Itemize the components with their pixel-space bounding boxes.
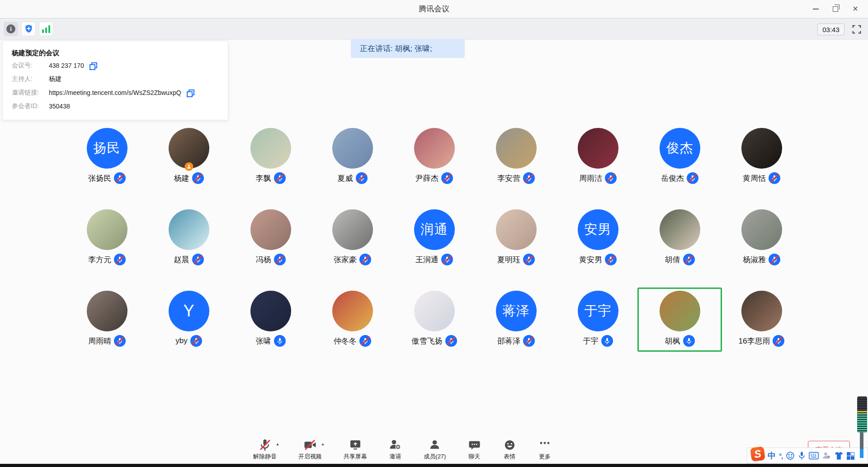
ime-voice-icon[interactable] — [798, 451, 806, 460]
participant-tile[interactable]: 黄周恬 — [721, 118, 802, 199]
camera-options-arrow[interactable]: ▲ — [321, 442, 325, 446]
participant-avatar: 俊杰 — [660, 128, 700, 169]
meeting-title: 杨建预定的会议 — [12, 47, 219, 59]
participant-avatar: 于宇 — [578, 291, 618, 331]
invite-link-label: 邀请链接: — [12, 89, 49, 97]
minimize-button[interactable] — [806, 0, 826, 18]
mic-status-icon — [274, 172, 286, 184]
close-button[interactable]: ✕ — [845, 0, 865, 18]
window-title: 腾讯会议 — [0, 0, 868, 18]
participant-tile[interactable]: 安男 黄安男 — [557, 199, 639, 280]
ime-keyboard-icon[interactable] — [809, 452, 819, 460]
mic-status-icon — [114, 254, 126, 265]
chat-icon — [467, 439, 481, 451]
participant-tile[interactable]: 张啸 — [230, 280, 311, 362]
ime-account-icon[interactable] — [822, 451, 831, 460]
invite-button[interactable]: 邀请 — [388, 439, 402, 461]
participant-name: 李飘 — [256, 173, 271, 184]
participant-name: 杨建 — [174, 173, 189, 184]
participant-name: 16李思雨 — [739, 336, 770, 346]
members-button[interactable]: 成员(27) — [424, 439, 446, 461]
mic-status-icon — [523, 335, 535, 347]
meeting-timer: 03:43 — [817, 24, 844, 35]
participant-tile[interactable]: 李安营 — [475, 118, 557, 199]
copy-invite-link-icon[interactable] — [187, 90, 193, 96]
participant-name: 周雨晴 — [88, 336, 111, 346]
ime-toolbox-icon[interactable] — [847, 452, 854, 460]
emoji-button[interactable]: 表情 — [503, 439, 516, 461]
participant-tile[interactable]: 扬民 张扬民 — [66, 118, 148, 199]
participant-name: 李安营 — [497, 173, 520, 184]
screen-edge-strip — [0, 464, 868, 467]
fullscreen-icon[interactable] — [852, 24, 862, 34]
unmute-button[interactable]: ▲ 解除静音 — [253, 439, 277, 461]
mic-status-icon — [523, 254, 535, 265]
participant-tile[interactable]: 赵晨 — [148, 199, 230, 280]
participant-avatar: 润通 — [414, 209, 455, 250]
participant-tile[interactable]: 于宇 于宇 — [557, 280, 639, 362]
participant-avatar — [414, 128, 455, 169]
share-screen-button[interactable]: 共享屏幕 — [344, 439, 367, 461]
restore-button[interactable] — [826, 0, 845, 18]
participant-name: 杨淑雅 — [743, 255, 766, 265]
participant-tile[interactable]: 胡枫 — [639, 280, 721, 362]
participant-avatar: 蒋泽 — [496, 291, 537, 331]
participant-tile[interactable]: 李方元 — [66, 199, 148, 280]
participant-tile[interactable]: Y yby — [148, 280, 230, 362]
mic-options-arrow[interactable]: ▲ — [276, 442, 279, 446]
participant-tile[interactable]: 张家豪 — [311, 199, 393, 280]
ime-language-toggle[interactable]: 中 — [768, 450, 776, 461]
participant-tile[interactable]: 杨淑雅 — [721, 199, 802, 280]
mic-status-icon — [274, 254, 286, 265]
participant-name: 赵晨 — [174, 255, 189, 265]
participant-name: 邵蒋泽 — [497, 336, 520, 346]
participant-tile[interactable]: 仲冬冬 — [311, 280, 393, 362]
sogou-logo-icon[interactable]: S — [750, 446, 765, 462]
participant-avatar — [496, 209, 537, 250]
bottom-toolbar: ▲ 解除静音 ▲ 开启视频 共享屏幕 — [253, 439, 552, 464]
ime-skin-icon[interactable] — [834, 451, 844, 460]
now-speaking-banner: 正在讲话: 胡枫; 张啸; — [351, 39, 465, 58]
participant-tile[interactable]: 16李思雨 — [721, 280, 802, 362]
ime-punctuation-toggle[interactable]: °, — [779, 452, 783, 460]
ime-toolbar: S 中 °, — [747, 448, 868, 464]
signal-bars-icon — [42, 25, 51, 33]
participant-name: 仲冬冬 — [334, 336, 357, 346]
scrollbar-thumb[interactable] — [860, 449, 863, 458]
chat-button[interactable]: 聊天 — [467, 439, 481, 461]
participant-tile[interactable]: 李飘 — [230, 118, 311, 199]
minimize-icon — [813, 9, 819, 9]
participant-tile[interactable]: 俊杰 岳俊杰 — [639, 118, 721, 199]
meeting-info-button[interactable]: i — [4, 22, 18, 36]
participant-tile[interactable]: 冯杨 — [230, 199, 311, 280]
ime-emoji-icon[interactable] — [786, 451, 795, 460]
mic-status-icon — [773, 335, 784, 347]
participant-tile[interactable]: 蒋泽 邵蒋泽 — [475, 280, 557, 362]
page-scrollbar[interactable] — [860, 432, 863, 458]
participant-tile[interactable]: 周雨洁 — [557, 118, 639, 199]
participant-avatar — [660, 291, 700, 331]
host-badge-icon — [184, 162, 193, 171]
mic-status-icon — [769, 172, 780, 184]
participant-avatar — [332, 291, 373, 331]
participant-tile[interactable]: 周雨晴 — [66, 280, 148, 362]
participant-name: 夏明珏 — [497, 255, 520, 265]
participant-tile[interactable]: 润通 王润通 — [393, 199, 475, 280]
meeting-info-panel: 杨建预定的会议 会议号: 438 237 170 主持人: 杨建 邀请链接: h… — [2, 41, 228, 120]
info-icon: i — [6, 24, 15, 33]
participant-avatar — [250, 128, 291, 169]
participant-tile[interactable]: 夏威 — [311, 118, 393, 199]
more-button[interactable]: 更多 — [538, 439, 552, 461]
participant-tile[interactable]: 夏明珏 — [475, 199, 557, 280]
network-quality-button[interactable] — [39, 22, 53, 36]
participant-name: 周雨洁 — [579, 173, 602, 184]
participant-tile[interactable]: 杨建 — [148, 118, 230, 199]
participant-tile[interactable]: 傲雪飞扬 — [393, 280, 475, 362]
participant-name: yby — [175, 336, 187, 345]
participant-tile[interactable]: 尹薛杰 — [393, 118, 475, 199]
participant-tile[interactable]: 胡倩 — [639, 199, 721, 280]
start-video-button[interactable]: ▲ 开启视频 — [298, 439, 322, 461]
copy-meeting-id-icon[interactable] — [90, 62, 96, 69]
meeting-security-button[interactable] — [21, 22, 36, 36]
camera-off-icon: ▲ — [303, 439, 317, 451]
